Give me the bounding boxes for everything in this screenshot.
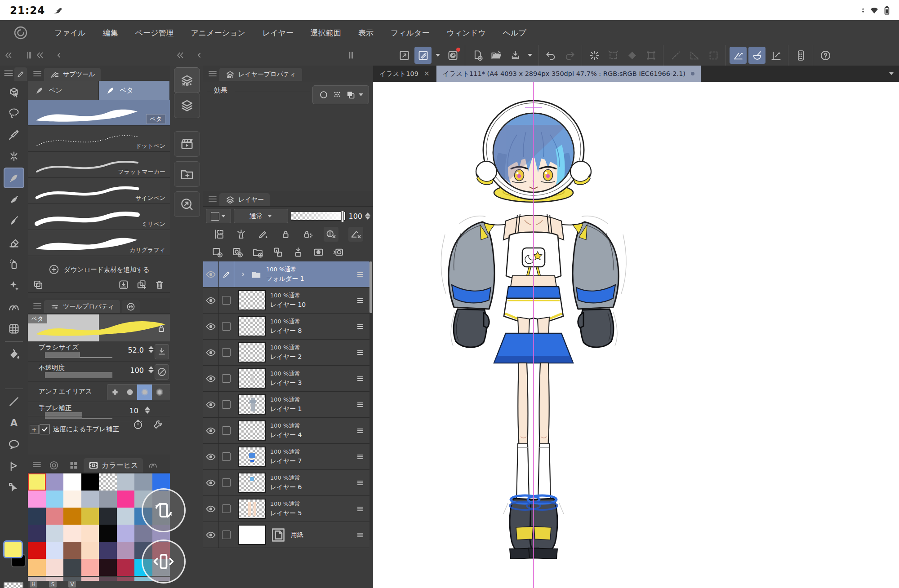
- tool-fill[interactable]: [4, 344, 24, 365]
- enable-mask-icon[interactable]: [324, 227, 338, 242]
- brush-size-stepper[interactable]: [148, 346, 154, 353]
- color-swatch-13[interactable]: [117, 491, 135, 508]
- color-swatch-40[interactable]: [28, 559, 46, 576]
- tab-color-history[interactable]: カラーヒス: [84, 458, 143, 473]
- color-swatch-6[interactable]: [134, 473, 152, 491]
- brush-bowl-button[interactable]: [748, 47, 765, 64]
- open-file-button[interactable]: [488, 47, 505, 64]
- color-swatch-45[interactable]: [117, 559, 135, 576]
- fit-screen-button[interactable]: [396, 47, 413, 64]
- edit-tool-caret[interactable]: [433, 47, 442, 64]
- transform-frame-button[interactable]: [642, 47, 659, 64]
- layer-row-0[interactable]: 100 %通常フォルダー 1: [203, 261, 369, 287]
- subtool-panel-menu-icon[interactable]: [31, 68, 43, 79]
- color-swatch-1[interactable]: [46, 473, 64, 491]
- layer-opacity-stepper[interactable]: [365, 212, 370, 220]
- color-swatch-16[interactable]: [28, 508, 46, 525]
- layer-row-7[interactable]: 100 %通常レイヤー 7: [203, 444, 369, 470]
- color-swatch-42[interactable]: [63, 559, 81, 576]
- layer-row-6[interactable]: 100 %通常レイヤー 4: [203, 418, 369, 444]
- tab-tool-property[interactable]: ツールプロパティ: [44, 300, 120, 313]
- save-caret[interactable]: [525, 47, 534, 64]
- layer-thumbnail[interactable]: [238, 525, 266, 545]
- layer-palette-combo[interactable]: [206, 209, 231, 223]
- subtool-item-0[interactable]: ベタ: [28, 100, 170, 126]
- dock-layer-property-button[interactable]: [174, 67, 200, 93]
- tool-object[interactable]: [4, 477, 24, 498]
- layer-menu-icon[interactable]: [354, 451, 366, 463]
- lock-transparent-icon[interactable]: [302, 228, 314, 240]
- tool-frame[interactable]: [4, 456, 24, 477]
- color-swatch-11[interactable]: [81, 491, 99, 508]
- layer-thumbnail[interactable]: [238, 420, 266, 441]
- layer-color-icon[interactable]: [345, 89, 356, 100]
- clip-layer-icon[interactable]: [213, 228, 225, 240]
- tool-auto-select[interactable]: [4, 146, 24, 167]
- color-swatch-25[interactable]: [46, 525, 64, 542]
- color-swatch-20[interactable]: [99, 508, 117, 525]
- undo-button[interactable]: [542, 47, 559, 64]
- transparent-color-swatch[interactable]: [4, 582, 23, 588]
- toolstrip-menu-icon[interactable]: [3, 67, 14, 79]
- layer-visibility-toggle[interactable]: [203, 496, 219, 522]
- layer-checkbox[interactable]: [222, 374, 231, 383]
- new-canvas-button[interactable]: [469, 47, 486, 64]
- tone-icon[interactable]: [332, 89, 343, 100]
- collapse-middle-icon[interactable]: [174, 49, 186, 61]
- layer-row-8[interactable]: 100 %通常レイヤー 6: [203, 470, 369, 496]
- color-swatch-partial-0[interactable]: [28, 577, 46, 581]
- subtool-tab-0[interactable]: ペン: [28, 81, 99, 100]
- commandbar-drag-handle-icon[interactable]: [345, 49, 357, 61]
- layer-visibility-toggle[interactable]: [203, 366, 219, 391]
- tool-gradient[interactable]: [4, 366, 24, 386]
- perspective-ruler-button[interactable]: [767, 47, 784, 64]
- save-button[interactable]: [507, 47, 524, 64]
- color-swatch-41[interactable]: [46, 559, 64, 576]
- layer-checkbox[interactable]: [222, 296, 231, 305]
- new-layer-dialog-icon[interactable]: [231, 246, 244, 258]
- color-swatch-24[interactable]: [28, 525, 46, 542]
- clip-studio-button[interactable]: [444, 47, 461, 64]
- effect-caret[interactable]: [359, 93, 363, 96]
- layer-visibility-toggle[interactable]: [203, 287, 219, 313]
- collapse-middle-single-icon[interactable]: [193, 49, 205, 61]
- subtool-item-4[interactable]: ミリペン: [28, 204, 170, 230]
- layer-menu-icon[interactable]: [354, 269, 366, 280]
- layer-panel-menu-icon[interactable]: [207, 194, 218, 204]
- layer-thumbnail[interactable]: [238, 316, 266, 336]
- canvas-tab-active[interactable]: イラスト111* (A4 4093 x 2894px 350dpi 47.7% …: [436, 66, 701, 82]
- color-swatch-34[interactable]: [63, 542, 81, 559]
- ruler-visibility-icon[interactable]: [348, 227, 363, 242]
- layer-thumbnail[interactable]: [238, 342, 266, 363]
- color-swatch-33[interactable]: [46, 542, 64, 559]
- help-button[interactable]: [817, 47, 834, 64]
- menu-item-8[interactable]: ウィンドウ: [438, 21, 494, 45]
- tool-eraser[interactable]: [4, 232, 24, 253]
- delete-subtool-icon[interactable]: [154, 279, 165, 291]
- menu-item-1[interactable]: 編集: [94, 21, 127, 45]
- ruler-pen-button[interactable]: [730, 47, 747, 64]
- color-swatch-9[interactable]: [46, 491, 64, 508]
- layer-visibility-toggle[interactable]: [203, 261, 219, 287]
- tool-blend[interactable]: [4, 297, 24, 318]
- tool-text[interactable]: A: [4, 413, 24, 433]
- layer-row-5[interactable]: 100 %通常レイヤー 1: [203, 392, 369, 418]
- layer-checkbox[interactable]: [222, 478, 231, 487]
- brush-size-preset-button[interactable]: [155, 344, 169, 359]
- delete-layer-icon[interactable]: [353, 246, 365, 258]
- layer-visibility-toggle[interactable]: [203, 392, 219, 417]
- reference-layer-icon[interactable]: [235, 228, 247, 240]
- layer-visibility-toggle[interactable]: [203, 314, 219, 339]
- layer-menu-icon[interactable]: [354, 373, 366, 385]
- menu-item-6[interactable]: 表示: [350, 21, 382, 45]
- color-swatch-17[interactable]: [46, 508, 64, 525]
- color-swatch-32[interactable]: [28, 542, 46, 559]
- toolprop-panel-menu-icon[interactable]: [31, 301, 43, 311]
- tool-figure[interactable]: [4, 391, 24, 412]
- subtool-item-5[interactable]: カリグラフィ: [28, 230, 170, 256]
- color-panel-menu-icon[interactable]: [31, 459, 42, 470]
- antialias-weak-button[interactable]: [122, 385, 137, 400]
- rotate-canvas-button[interactable]: [142, 488, 186, 532]
- wrench-icon[interactable]: [152, 419, 164, 430]
- layer-list-scrollbar[interactable]: [369, 261, 372, 540]
